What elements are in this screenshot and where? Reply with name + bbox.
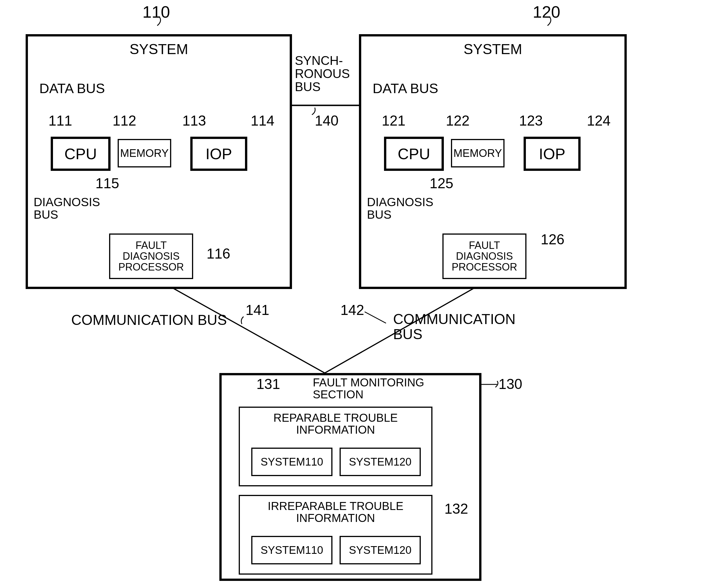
diagnosis-bus-label-110: DIAGNOSIS BUS <box>34 196 100 221</box>
ref-123: 123 <box>519 112 543 129</box>
ref-112: 112 <box>112 112 136 129</box>
fdp-block-110: FAULT DIAGNOSIS PROCESSOR <box>109 233 193 279</box>
ref-124: 124 <box>587 112 610 129</box>
memory-label-120: MEMORY <box>454 147 502 160</box>
ref-120: 120 <box>533 2 560 21</box>
ref-111: 111 <box>48 112 72 129</box>
comm-bus-label-left: COMMUNICATION BUS <box>71 312 227 328</box>
system-title-120: SYSTEM <box>361 41 624 58</box>
iop-block-110: IOP <box>190 137 247 171</box>
comm-bus-label-right: COMMUNICATION BUS <box>393 312 516 342</box>
fdp-label-120: FAULT DIAGNOSIS PROCESSOR <box>452 240 517 272</box>
system-title-110: SYSTEM <box>28 41 290 58</box>
system-110-box: SYSTEM DATA BUS CPU MEMORY IOP DIAGNOSIS… <box>26 34 292 289</box>
ref-131: 131 <box>256 376 280 392</box>
fdp-label-110: FAULT DIAGNOSIS PROCESSOR <box>118 240 184 272</box>
reparable-title: REPARABLE TROUBLE INFORMATION <box>240 412 431 436</box>
fault-monitoring-box: FAULT MONITORING SECTION REPARABLE TROUB… <box>220 373 481 581</box>
ref-130: 130 <box>499 376 522 392</box>
memory-block-110: MEMORY <box>118 139 171 167</box>
ref-125: 125 <box>430 175 453 192</box>
fault-monitoring-title: FAULT MONITORING SECTION <box>313 376 424 400</box>
fdp-block-120: FAULT DIAGNOSIS PROCESSOR <box>442 233 526 279</box>
ref-132: 132 <box>444 501 468 517</box>
ref-126: 126 <box>541 231 564 248</box>
reparable-sys120: SYSTEM120 <box>339 448 421 476</box>
ref-142: 142 <box>340 302 364 318</box>
sync-bus-label: SYNCH- RONOUS BUS <box>295 54 350 94</box>
ref-115: 115 <box>96 175 119 192</box>
ref-121: 121 <box>382 112 406 129</box>
ref-116: 116 <box>207 246 230 262</box>
ref-140: 140 <box>315 112 338 129</box>
iop-block-120: IOP <box>524 137 581 171</box>
data-bus-label-110: DATA BUS <box>39 81 105 96</box>
cpu-block-120: CPU <box>384 137 444 171</box>
diagnosis-bus-label-120: DIAGNOSIS BUS <box>367 196 433 221</box>
reparable-sys110: SYSTEM110 <box>251 448 332 476</box>
irreparable-sys110-label: SYSTEM110 <box>261 544 323 556</box>
ref-114: 114 <box>251 112 274 129</box>
cpu-block-110: CPU <box>51 137 110 171</box>
cpu-label-110: CPU <box>64 145 97 163</box>
system-120-box: SYSTEM DATA BUS CPU MEMORY IOP DIAGNOSIS… <box>359 34 627 289</box>
data-bus-label-120: DATA BUS <box>373 81 438 96</box>
reparable-sys110-label: SYSTEM110 <box>261 456 323 468</box>
irreparable-info-box: IRREPARABLE TROUBLE INFORMATION SYSTEM11… <box>239 495 432 574</box>
svg-line-21 <box>365 312 386 323</box>
ref-110: 110 <box>142 2 170 21</box>
ref-122: 122 <box>446 112 470 129</box>
irreparable-sys120: SYSTEM120 <box>339 536 421 564</box>
irreparable-title: IRREPARABLE TROUBLE INFORMATION <box>240 500 431 524</box>
irreparable-sys110: SYSTEM110 <box>251 536 332 564</box>
iop-label-120: IOP <box>539 145 565 163</box>
irreparable-sys120-label: SYSTEM120 <box>349 544 412 556</box>
reparable-sys120-label: SYSTEM120 <box>349 456 412 468</box>
memory-block-120: MEMORY <box>451 139 504 167</box>
memory-label-110: MEMORY <box>120 147 169 160</box>
cpu-label-120: CPU <box>398 145 430 163</box>
ref-141: 141 <box>246 302 269 318</box>
iop-label-110: IOP <box>205 145 232 163</box>
ref-113: 113 <box>182 112 206 129</box>
reparable-info-box: REPARABLE TROUBLE INFORMATION SYSTEM110 … <box>239 406 432 486</box>
